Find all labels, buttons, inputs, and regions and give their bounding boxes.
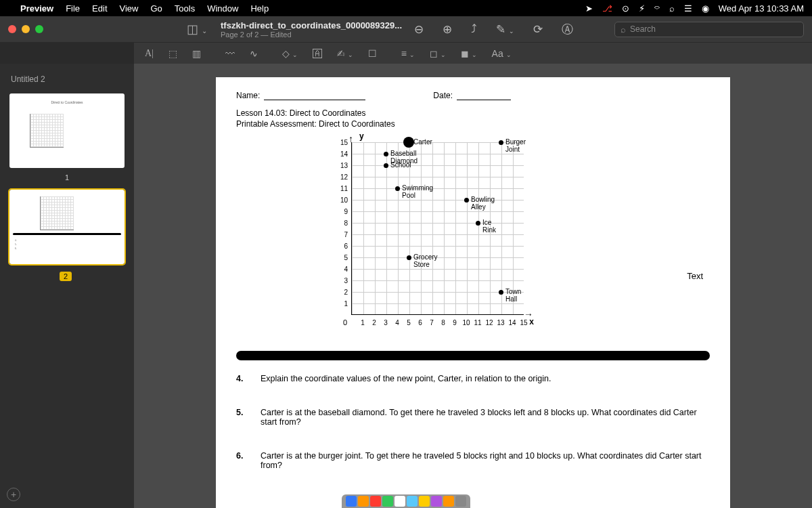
app-name[interactable]: Preview [20, 3, 53, 14]
graph-point [499, 290, 503, 295]
text-annotation[interactable]: Text [687, 271, 703, 281]
document-page: Name: Date: Lesson 14.03: Direct to Coor… [216, 77, 730, 508]
datetime[interactable]: Wed Apr 13 10:33 AM [719, 3, 804, 14]
fullscreen-button[interactable] [35, 25, 43, 33]
x-tick: 3 [382, 319, 390, 326]
document-viewport[interactable]: Name: Date: Lesson 14.03: Direct to Coor… [134, 64, 812, 508]
wifi-icon[interactable]: ⌔ [654, 3, 660, 14]
line-style-tool[interactable]: ≡ ⌄ [399, 47, 418, 60]
shapes-tool[interactable]: ◇ ⌄ [279, 47, 300, 60]
menu-window[interactable]: Window [207, 3, 238, 14]
y-tick: 6 [338, 242, 348, 250]
keyboard-brightness-icon[interactable]: ⎇ [602, 3, 612, 14]
minimize-button[interactable] [22, 25, 30, 33]
add-page-button[interactable]: + [7, 488, 20, 501]
text-style-tool[interactable]: Aa ⌄ [489, 47, 514, 60]
graph-point-label: Carter [413, 138, 432, 146]
x-tick: 4 [393, 319, 401, 326]
x-tick: 14 [508, 319, 516, 326]
document-title: tfszkh-direct_to_coordinates_0000089329.… [221, 20, 402, 30]
y-tick: 1 [338, 300, 348, 308]
page-thumbnail-2[interactable]: 4.5.6. [9, 190, 125, 264]
draw-tool[interactable]: ∿ [247, 47, 261, 60]
highlight-icon[interactable]: ✎ ⌄ [489, 22, 521, 37]
question-4: 4. Explain the coordinate values of the … [236, 374, 710, 383]
menu-view[interactable]: View [120, 3, 139, 14]
menu-go[interactable]: Go [150, 3, 162, 14]
page-number-2: 2 [60, 272, 72, 281]
sign-tool[interactable]: ✍︎ ⌄ [334, 47, 356, 60]
search-icon: ⌕ [621, 24, 626, 35]
question-5: 5. Carter is at the baseball diamond. To… [236, 408, 710, 427]
sidebar-folder-title[interactable]: Untitled 2 [7, 70, 127, 88]
titlebar: ◫ ⌄ tfszkh-direct_to_coordinates_0000089… [0, 16, 812, 42]
graph-point [384, 163, 388, 168]
menu-tools[interactable]: Tools [175, 3, 195, 14]
x-tick: 1 [359, 319, 367, 326]
border-color-tool[interactable]: ◻ ⌄ [427, 47, 449, 60]
x-tick: 10 [462, 319, 470, 326]
x-tick: 5 [405, 319, 413, 326]
y-tick: 2 [338, 289, 348, 296]
menu-edit[interactable]: Edit [92, 3, 107, 14]
y-tick: 7 [338, 231, 348, 238]
note-tool[interactable]: ☐ [365, 47, 380, 60]
x-tick: 11 [474, 319, 482, 326]
location-icon[interactable]: ➤ [585, 3, 593, 14]
document-subtitle: Page 2 of 2 — Edited [221, 30, 402, 39]
graph-point-label: IceRink [482, 219, 496, 234]
graph-point [407, 255, 411, 260]
y-tick: 8 [338, 219, 348, 227]
preview-window: ◫ ⌄ tfszkh-direct_to_coordinates_0000089… [0, 16, 812, 508]
fill-color-tool[interactable]: ◼ ⌄ [458, 47, 480, 60]
coordinate-graph: y x 0 Text 11223344556677889910101111121… [331, 135, 534, 339]
sketch-tool[interactable]: 〰 [223, 47, 238, 60]
graph-point [403, 137, 414, 148]
menu-file[interactable]: File [66, 3, 80, 14]
menu-help[interactable]: Help [250, 3, 269, 14]
rect-selection-tool[interactable]: ⬚ [166, 47, 180, 60]
lesson-title: Lesson 14.03: Direct to Coordinates [236, 108, 710, 118]
graph-point [464, 198, 469, 203]
name-label: Name: [236, 91, 260, 100]
y-tick: 14 [338, 150, 348, 158]
close-button[interactable] [8, 25, 16, 33]
redact-tool[interactable]: ▥ [189, 47, 204, 60]
dock[interactable] [342, 494, 470, 508]
thumbnail-sidebar: Untitled 2 Direct to Coordinates 1 4.5.6… [0, 64, 134, 508]
zoom-out-icon[interactable]: ⊖ [407, 22, 430, 37]
redaction-bar [236, 351, 710, 360]
y-tick: 12 [338, 173, 348, 181]
x-tick: 12 [485, 319, 493, 326]
question-6: 6. Carter is at the burger joint. To get… [236, 451, 710, 470]
markup-icon[interactable]: Ⓐ [555, 22, 580, 37]
graph-point-label: TownHall [505, 288, 521, 303]
x-tick: 7 [428, 319, 436, 326]
origin-label: 0 [343, 318, 347, 326]
page-thumbnail-1[interactable]: Direct to Coordinates [9, 93, 125, 168]
x-tick: 15 [520, 319, 528, 326]
screen-mirror-icon[interactable]: ⊙ [622, 3, 629, 14]
x-tick: 2 [370, 319, 378, 326]
y-tick: 10 [338, 196, 348, 204]
y-tick: 9 [338, 208, 348, 215]
battery-icon[interactable]: ⚡︎ [639, 3, 645, 14]
share-icon[interactable]: ⤴ [464, 22, 484, 36]
y-tick: 3 [338, 277, 348, 284]
siri-icon[interactable]: ◉ [702, 3, 709, 14]
rotate-icon[interactable]: ⟳ [526, 22, 549, 37]
markup-toolbar: A| ⬚ ▥ 〰 ∿ ◇ ⌄ 🄰 ✍︎ ⌄ ☐ ≡ ⌄ ◻ ⌄ ◼ ⌄ Aa ⌄ [134, 42, 812, 64]
sidebar-toggle-icon[interactable]: ◫ ⌄ [183, 20, 211, 38]
text-tool[interactable]: 🄰 [310, 47, 325, 60]
date-label: Date: [433, 91, 453, 100]
search-placeholder: Search [630, 24, 656, 34]
zoom-in-icon[interactable]: ⊕ [436, 22, 459, 37]
graph-point [476, 221, 480, 226]
graph-point-label: BurgerJoint [505, 138, 526, 153]
text-selection-tool[interactable]: A| [142, 47, 156, 60]
y-tick: 4 [338, 266, 348, 273]
graph-point-label: BowlingAlley [471, 196, 495, 211]
spotlight-icon[interactable]: ⌕ [669, 3, 675, 14]
control-center-icon[interactable]: ☰ [684, 3, 692, 14]
search-input[interactable]: ⌕ Search [614, 22, 804, 37]
